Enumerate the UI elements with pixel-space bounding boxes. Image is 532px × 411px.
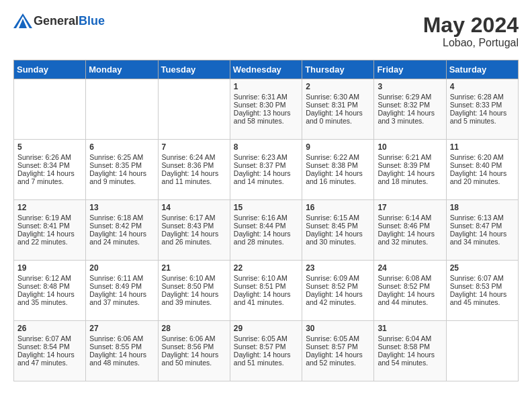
calendar-cell: 6Sunrise: 6:25 AMSunset: 8:35 PMDaylight… [86, 140, 158, 200]
day-number: 23 [306, 263, 370, 273]
day-number: 24 [378, 263, 442, 273]
calendar-cell: 20Sunrise: 6:11 AMSunset: 8:49 PMDayligh… [86, 261, 158, 321]
week-row-2: 5Sunrise: 6:26 AMSunset: 8:34 PMDaylight… [14, 140, 519, 200]
day-number: 14 [162, 203, 226, 212]
sunset-time: Sunset: 8:58 PM [378, 342, 442, 351]
calendar-cell: 9Sunrise: 6:22 AMSunset: 8:38 PMDaylight… [302, 140, 374, 200]
sunset-time: Sunset: 8:41 PM [17, 222, 82, 230]
weekday-header-sunday: Sunday [14, 60, 86, 79]
weekday-header-friday: Friday [374, 60, 446, 79]
sunset-time: Sunset: 8:47 PM [450, 222, 515, 230]
weekday-header-thursday: Thursday [302, 60, 374, 79]
calendar-cell: 28Sunrise: 6:06 AMSunset: 8:56 PMDayligh… [158, 321, 230, 381]
daylight-hours: Daylight: 14 hours and 41 minutes. [234, 290, 298, 306]
calendar-cell: 16Sunrise: 6:15 AMSunset: 8:45 PMDayligh… [302, 200, 374, 261]
title-block: May 2024 Lobao, Portugal [423, 13, 519, 49]
sunset-time: Sunset: 8:33 PM [450, 101, 515, 109]
sunset-time: Sunset: 8:32 PM [378, 101, 442, 109]
calendar-cell: 31Sunrise: 6:04 AMSunset: 8:58 PMDayligh… [374, 321, 446, 381]
sunset-time: Sunset: 8:45 PM [306, 222, 370, 230]
calendar-cell: 14Sunrise: 6:17 AMSunset: 8:43 PMDayligh… [158, 200, 230, 261]
location: Lobao, Portugal [423, 37, 519, 49]
calendar-cell: 25Sunrise: 6:07 AMSunset: 8:53 PMDayligh… [446, 261, 518, 321]
sunrise-time: Sunrise: 6:17 AM [162, 214, 226, 222]
calendar-cell: 27Sunrise: 6:06 AMSunset: 8:55 PMDayligh… [86, 321, 158, 381]
sunset-time: Sunset: 8:57 PM [234, 342, 298, 351]
sunset-time: Sunset: 8:54 PM [17, 342, 82, 351]
day-number: 28 [162, 324, 226, 333]
sunrise-time: Sunrise: 6:19 AM [17, 214, 82, 222]
weekday-header-row: SundayMondayTuesdayWednesdayThursdayFrid… [14, 60, 519, 79]
calendar-cell: 29Sunrise: 6:05 AMSunset: 8:57 PMDayligh… [230, 321, 302, 381]
calendar-cell: 24Sunrise: 6:08 AMSunset: 8:52 PMDayligh… [374, 261, 446, 321]
sunset-time: Sunset: 8:50 PM [162, 282, 226, 290]
sunset-time: Sunset: 8:40 PM [450, 161, 515, 169]
sunset-time: Sunset: 8:39 PM [378, 161, 442, 169]
calendar-cell [14, 79, 86, 140]
sunset-time: Sunset: 8:31 PM [306, 101, 370, 109]
sunrise-time: Sunrise: 6:22 AM [306, 153, 370, 161]
day-number: 17 [378, 203, 442, 212]
day-number: 29 [234, 324, 298, 333]
calendar-cell: 5Sunrise: 6:26 AMSunset: 8:34 PMDaylight… [14, 140, 86, 200]
day-number: 27 [89, 324, 154, 333]
calendar-cell: 15Sunrise: 6:16 AMSunset: 8:44 PMDayligh… [230, 200, 302, 261]
day-number: 9 [306, 142, 370, 152]
daylight-hours: Daylight: 14 hours and 35 minutes. [17, 290, 82, 306]
weekday-header-wednesday: Wednesday [230, 60, 302, 79]
sunset-time: Sunset: 8:36 PM [162, 161, 226, 169]
month-year: May 2024 [423, 13, 519, 37]
week-row-5: 26Sunrise: 6:07 AMSunset: 8:54 PMDayligh… [14, 321, 519, 381]
calendar-cell: 18Sunrise: 6:13 AMSunset: 8:47 PMDayligh… [446, 200, 518, 261]
day-number: 2 [306, 82, 370, 91]
daylight-hours: Daylight: 14 hours and 5 minutes. [450, 109, 515, 125]
daylight-hours: Daylight: 14 hours and 39 minutes. [162, 290, 226, 306]
sunrise-time: Sunrise: 6:18 AM [89, 214, 154, 222]
week-row-3: 12Sunrise: 6:19 AMSunset: 8:41 PMDayligh… [14, 200, 519, 261]
calendar-cell: 4Sunrise: 6:28 AMSunset: 8:33 PMDaylight… [446, 79, 518, 140]
sunset-time: Sunset: 8:52 PM [306, 282, 370, 290]
sunset-time: Sunset: 8:57 PM [306, 342, 370, 351]
daylight-hours: Daylight: 14 hours and 28 minutes. [234, 230, 298, 246]
day-number: 30 [306, 324, 370, 333]
page-header: GeneralBlue May 2024 Lobao, Portugal [13, 13, 519, 49]
sunset-time: Sunset: 8:48 PM [17, 282, 82, 290]
sunrise-time: Sunrise: 6:26 AM [17, 153, 82, 161]
daylight-hours: Daylight: 13 hours and 58 minutes. [234, 109, 298, 125]
sunrise-time: Sunrise: 6:20 AM [450, 153, 515, 161]
sunrise-time: Sunrise: 6:24 AM [162, 153, 226, 161]
daylight-hours: Daylight: 14 hours and 45 minutes. [450, 290, 515, 306]
day-number: 11 [450, 142, 515, 152]
daylight-hours: Daylight: 14 hours and 14 minutes. [234, 169, 298, 185]
sunset-time: Sunset: 8:46 PM [378, 222, 442, 230]
day-number: 18 [450, 203, 515, 212]
day-number: 19 [17, 263, 82, 273]
sunrise-time: Sunrise: 6:15 AM [306, 214, 370, 222]
daylight-hours: Daylight: 14 hours and 48 minutes. [89, 351, 154, 367]
sunset-time: Sunset: 8:53 PM [450, 282, 515, 290]
sunrise-time: Sunrise: 6:30 AM [306, 93, 370, 101]
daylight-hours: Daylight: 14 hours and 26 minutes. [162, 230, 226, 246]
daylight-hours: Daylight: 14 hours and 9 minutes. [89, 169, 154, 185]
logo: GeneralBlue [13, 13, 105, 28]
calendar-cell: 10Sunrise: 6:21 AMSunset: 8:39 PMDayligh… [374, 140, 446, 200]
logo-general: General [34, 14, 79, 28]
calendar-cell [446, 321, 518, 381]
day-number: 16 [306, 203, 370, 212]
sunrise-time: Sunrise: 6:28 AM [450, 93, 515, 101]
calendar-cell: 30Sunrise: 6:05 AMSunset: 8:57 PMDayligh… [302, 321, 374, 381]
sunset-time: Sunset: 8:44 PM [234, 222, 298, 230]
sunrise-time: Sunrise: 6:09 AM [306, 274, 370, 282]
sunrise-time: Sunrise: 6:04 AM [378, 334, 442, 342]
calendar-cell: 13Sunrise: 6:18 AMSunset: 8:42 PMDayligh… [86, 200, 158, 261]
sunrise-time: Sunrise: 6:25 AM [89, 153, 154, 161]
daylight-hours: Daylight: 14 hours and 20 minutes. [450, 169, 515, 185]
sunrise-time: Sunrise: 6:31 AM [234, 93, 298, 101]
day-number: 10 [378, 142, 442, 152]
calendar-table: SundayMondayTuesdayWednesdayThursdayFrid… [13, 60, 519, 381]
daylight-hours: Daylight: 14 hours and 30 minutes. [306, 230, 370, 246]
day-number: 15 [234, 203, 298, 212]
calendar-cell: 19Sunrise: 6:12 AMSunset: 8:48 PMDayligh… [14, 261, 86, 321]
daylight-hours: Daylight: 14 hours and 16 minutes. [306, 169, 370, 185]
daylight-hours: Daylight: 14 hours and 7 minutes. [17, 169, 82, 185]
